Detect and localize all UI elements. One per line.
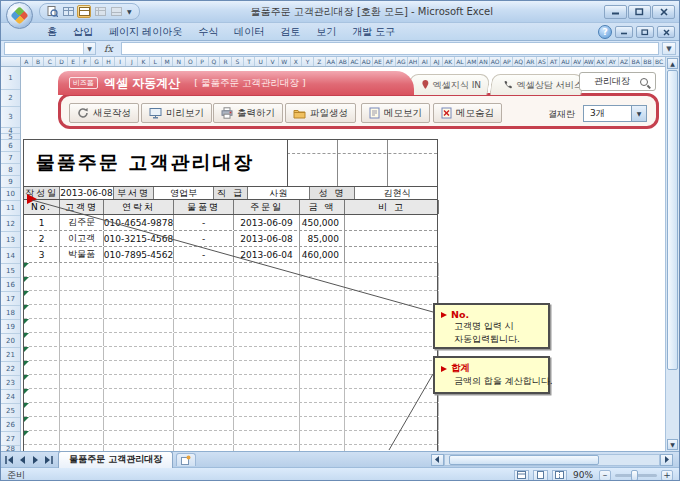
row-header-12[interactable]: 12 [1,216,20,232]
sheet-tab[interactable]: 물품주문 고객관리대장 [58,451,173,468]
row-header-21[interactable]: 21 [1,348,20,362]
table-cell[interactable] [300,277,345,290]
table-cell[interactable] [345,445,439,451]
approval-count-value[interactable]: 3개 [583,105,632,122]
horizontal-scroll-thumb[interactable] [449,455,599,465]
table-cell[interactable] [104,333,174,346]
column-header-W[interactable]: W [279,57,291,66]
fx-icon[interactable]: fx [99,43,118,54]
column-header-O[interactable]: O [185,57,197,66]
create-file-button[interactable]: 파일생성 [285,103,356,123]
table-cell[interactable] [345,215,439,230]
column-header-T[interactable]: T [244,57,256,66]
table-cell[interactable] [104,375,174,388]
column-header-G[interactable]: G [91,57,103,66]
table-cell[interactable] [24,417,60,430]
info-value[interactable]: 영업부 [154,187,214,199]
column-header-AV[interactable]: AV [572,57,584,66]
ribbon-tab-보기[interactable]: 보기 [308,23,344,41]
table-cell[interactable] [24,319,60,332]
column-header-H[interactable]: H [103,57,115,66]
table-cell[interactable] [300,361,345,374]
list-tool-icon[interactable] [109,5,123,18]
table-cell[interactable] [300,263,345,276]
search-input[interactable] [584,77,640,87]
column-header-AF[interactable]: AF [384,57,396,66]
row-header-8[interactable]: 8 [1,164,20,176]
column-header-K[interactable]: K [138,57,150,66]
table-cell[interactable] [104,319,174,332]
table-cell[interactable] [300,403,345,416]
table-cell[interactable] [300,291,345,304]
table-cell[interactable] [345,319,439,332]
zoom-slider-thumb[interactable] [631,470,638,481]
table-cell[interactable]: 460,000 [300,247,345,262]
table-cell[interactable] [174,291,234,304]
column-header-AN[interactable]: AN [478,57,490,66]
table-cell[interactable] [174,417,234,430]
column-header-AZ[interactable]: AZ [619,57,631,66]
grid-tool-icon[interactable] [93,5,107,18]
table-cell[interactable] [104,305,174,318]
info-label[interactable]: 직 급 [214,187,248,199]
table-cell[interactable]: 450,000 [300,215,345,230]
table-cell[interactable] [234,389,300,402]
column-header-P[interactable]: P [197,57,209,66]
table-cell[interactable] [60,291,104,304]
ribbon-tab-수식[interactable]: 수식 [190,23,226,41]
table-cell[interactable] [345,361,439,374]
table-cell[interactable] [345,277,439,290]
approval-sign-box[interactable] [287,139,438,187]
ribbon-tab-데이터[interactable]: 데이터 [226,23,272,41]
table-cell[interactable] [104,291,174,304]
document-title-box[interactable]: 물품주문 고객관리대장 [23,139,288,187]
table-cell[interactable]: 김주문 [60,215,104,230]
table-cell[interactable] [60,361,104,374]
column-header-AC[interactable]: AC [349,57,361,66]
table-cell[interactable]: 010-4654-9878 [104,215,174,230]
table-cell[interactable] [345,291,439,304]
table-cell[interactable] [300,333,345,346]
horizontal-scrollbar[interactable] [431,454,673,466]
formula-bar-expand-icon[interactable]: ▼ [662,42,676,55]
table-cell[interactable]: - [174,247,234,262]
row-header-28[interactable]: 28 [1,446,20,451]
column-header-L[interactable]: L [150,57,162,66]
table-cell[interactable] [234,291,300,304]
table-cell[interactable] [345,389,439,402]
table-cell[interactable] [234,417,300,430]
ribbon-tab-홈[interactable]: 홈 [39,23,65,41]
table-cell[interactable] [104,417,174,430]
column-header-AK[interactable]: AK [443,57,455,66]
horizontal-scroll-track[interactable] [444,454,660,466]
column-header-AE[interactable]: AE [373,57,385,66]
row-header-3[interactable]: 3 [1,107,20,128]
table-cell[interactable] [24,305,60,318]
table-cell[interactable] [104,263,174,276]
show-memo-button[interactable]: 메모보기 [361,103,430,123]
table-cell[interactable] [60,263,104,276]
column-header-AO[interactable]: AO [490,57,502,66]
table-tool-icon[interactable] [61,5,75,18]
table-cell[interactable] [300,319,345,332]
table-cell[interactable]: 박물품 [60,247,104,262]
table-cell[interactable] [24,333,60,346]
table-cell[interactable] [174,403,234,416]
table-cell[interactable] [234,347,300,360]
table-cell[interactable] [60,333,104,346]
table-header-cell[interactable]: 연락처 [104,200,174,214]
table-cell[interactable] [174,389,234,402]
column-header-I[interactable]: I [115,57,127,66]
column-header-AU[interactable]: AU [560,57,572,66]
table-cell[interactable]: 2013-06-08 [234,231,300,246]
table-cell[interactable] [300,305,345,318]
close-button[interactable] [652,5,675,19]
table-cell[interactable] [24,291,60,304]
column-header-AI[interactable]: AI [419,57,431,66]
tab-nav-first-icon[interactable] [3,453,16,466]
column-header-B[interactable]: B [33,57,45,66]
table-cell[interactable] [60,319,104,332]
tab-nav-next-icon[interactable] [29,453,42,466]
info-value[interactable]: 사원 [248,187,310,199]
column-header-AY[interactable]: AY [607,57,619,66]
